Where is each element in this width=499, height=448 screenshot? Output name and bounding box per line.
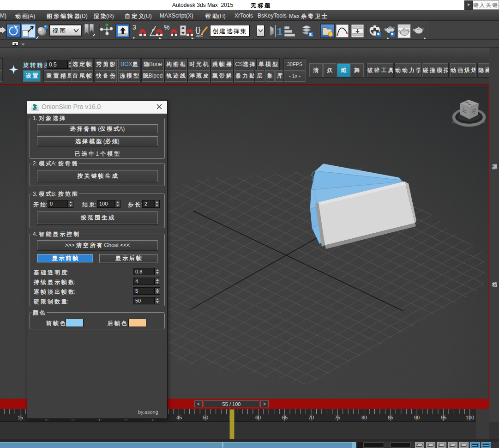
svg-text:ABC: ABC xyxy=(196,34,203,37)
svg-text:%: % xyxy=(164,24,169,31)
svg-text:创建选择集: 创建选择集 xyxy=(212,28,247,35)
svg-text:1: 1 xyxy=(277,26,283,37)
svg-text:{}: {} xyxy=(195,25,201,34)
svg-text:视图: 视图 xyxy=(52,27,67,34)
svg-text:3: 3 xyxy=(132,24,136,31)
